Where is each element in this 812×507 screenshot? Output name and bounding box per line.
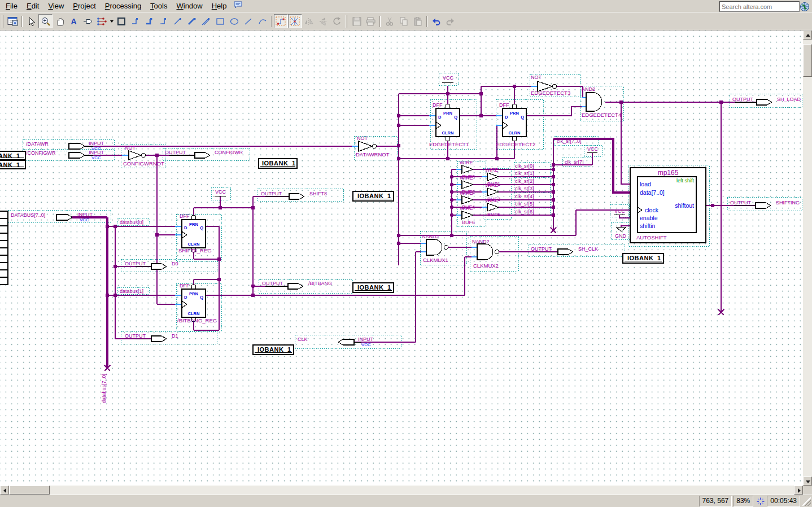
save-icon[interactable] <box>350 14 364 28</box>
resize-grip[interactable] <box>802 497 811 506</box>
selection-tool-icon[interactable] <box>24 14 38 28</box>
horizontal-scrollbar[interactable] <box>0 486 803 495</box>
svg-text:DATAWRNOT: DATAWRNOT <box>356 151 390 158</box>
pin-tool-icon[interactable] <box>81 14 95 28</box>
scroll-up-button[interactable] <box>803 30 812 40</box>
svg-text:GND: GND <box>615 233 627 239</box>
nand2-clkmux2[interactable]: NAND2 CLKMUX2 <box>472 239 499 269</box>
print-icon[interactable] <box>364 14 378 28</box>
bus-tool-icon[interactable] <box>95 14 114 28</box>
iobank-label-1[interactable]: IOBANK_1 <box>259 159 297 168</box>
wire-buffer-buf5[interactable]: WIRE BUF5 <box>485 198 500 217</box>
scroll-left-button[interactable] <box>0 486 9 495</box>
paste-icon[interactable] <box>411 14 425 28</box>
wire-buffer-buf6[interactable]: WIRE BUF6 <box>460 206 475 225</box>
scroll-down-button[interactable] <box>803 477 812 486</box>
vcc-symbol-clksr7[interactable]: VCC <box>587 146 599 152</box>
svg-text:BUF5: BUF5 <box>487 212 500 217</box>
globe-icon[interactable] <box>800 2 810 12</box>
block-tool-icon[interactable] <box>114 14 128 28</box>
rubberbanding-icon[interactable] <box>274 14 288 28</box>
output-pin-sh-load[interactable]: OUTPUT SH_LOAD <box>732 97 801 105</box>
rectangle-tool-icon[interactable] <box>213 14 227 28</box>
iobank-label-3[interactable]: IOBANK_1 <box>353 283 394 292</box>
zoom-tool-icon[interactable] <box>38 14 53 28</box>
iobank-label-5[interactable]: IOBANK_1 <box>623 253 663 263</box>
arc-tool-icon[interactable] <box>255 14 269 28</box>
horizontal-scroll-thumb[interactable] <box>9 486 50 495</box>
input-pin-configwr[interactable]: /CONFIGWR INPUT VCC <box>26 150 104 160</box>
menu-processing[interactable]: Processing <box>101 1 146 11</box>
output-pin-bitbang[interactable]: OUTPUT /BITBANG <box>262 281 332 289</box>
toolbar-handle-2[interactable] <box>346 15 347 28</box>
dff-shift8-reg[interactable]: DFF PRN D Q CLRN SHIFT8_REG <box>178 213 212 253</box>
orthogonal-node-tool-icon[interactable] <box>128 14 142 28</box>
nand2-clkmux1[interactable]: NAND2 CLKMUX1 <box>422 234 448 263</box>
svg-text:IOBANK_1: IOBANK_1 <box>357 284 391 291</box>
diagonal-bus-tool-icon[interactable] <box>185 14 199 28</box>
menu-window[interactable]: Window <box>172 1 207 11</box>
vcc-symbol-enable[interactable]: VCC <box>614 208 626 215</box>
input-pin-clk[interactable]: CLK INPUT VCC <box>298 336 374 347</box>
flip-horizontal-icon[interactable] <box>302 14 316 28</box>
svg-text:OUTPUT: OUTPUT <box>262 281 283 286</box>
line-tool-icon[interactable] <box>241 14 255 28</box>
output-pin-d1[interactable]: OUTPUT D1 <box>125 333 178 342</box>
vertical-scroll-thumb[interactable] <box>803 44 812 77</box>
dff-edgedetect1[interactable]: DFF PRN D Q CLRN EDGEDETECT1 <box>429 102 469 147</box>
menu-file[interactable]: File <box>1 1 22 11</box>
schematic-canvas[interactable]: .w{stroke:#7a007a;stroke-width:1.3;fill:… <box>0 30 803 486</box>
schematic-editor-icon[interactable] <box>6 14 20 28</box>
cut-icon[interactable] <box>382 14 396 28</box>
toolbar: A <box>0 12 812 30</box>
dropdown-caret[interactable] <box>110 20 113 23</box>
copy-icon[interactable] <box>396 14 411 28</box>
scrollbar-corner <box>803 486 812 495</box>
scroll-right-button[interactable] <box>794 486 803 495</box>
iobank-label-clipped-1[interactable]: IOBANK_1 <box>0 151 25 160</box>
dff-bitbang-reg[interactable]: DFF PRN D Q CLRN /BITBANG_REG <box>177 283 217 324</box>
text-tool-icon[interactable]: A <box>67 14 81 28</box>
vcc-symbol-shift8[interactable]: VCC <box>215 189 226 196</box>
gnd-symbol-shiftin[interactable]: GND <box>615 227 627 239</box>
output-pin-shifting[interactable]: OUTPUT SHIFTING <box>730 200 800 208</box>
rotate-icon[interactable] <box>330 14 344 28</box>
dff-edgedetect2[interactable]: DFF PRN D Q CLRN EDGEDETECT2 <box>496 102 535 147</box>
not-edgedetect3[interactable]: NOT EDGEDETECT3 <box>531 75 570 96</box>
partial-line-selection-icon[interactable] <box>288 14 302 28</box>
iobank-label-4[interactable]: IOBANK_1 <box>253 345 294 355</box>
svg-text:INPUT: INPUT <box>358 336 374 342</box>
iobank-label-2[interactable]: IOBANK_1 <box>353 191 394 201</box>
svg-text:shiftin: shiftin <box>640 222 656 229</box>
diagonal-conduit-tool-icon[interactable] <box>199 14 213 28</box>
search-input[interactable] <box>719 1 800 12</box>
toolbar-handle[interactable] <box>2 15 3 28</box>
mp165-block[interactable]: mp165 left shift load data[7..0] clock e… <box>630 168 706 243</box>
flip-vertical-icon[interactable] <box>316 14 330 28</box>
svg-text:OUTPUT: OUTPUT <box>261 191 282 196</box>
menu-tools[interactable]: Tools <box>146 1 172 11</box>
svg-text:load: load <box>640 181 651 187</box>
output-pin-shift8[interactable]: OUTPUT SHIFT8 <box>261 191 327 199</box>
vcc-symbol-edgedetect[interactable]: VCC <box>442 75 454 82</box>
ellipse-tool-icon[interactable] <box>227 14 241 28</box>
input-pin-databus[interactable]: DATABUS[7..0] INPUT VCC <box>11 212 93 222</box>
iobank-label-clipped-2[interactable]: IOBANK_1 <box>0 160 25 169</box>
hand-tool-icon[interactable] <box>53 14 67 28</box>
menu-help[interactable]: Help <box>207 1 232 11</box>
orthogonal-conduit-tool-icon[interactable] <box>156 14 171 28</box>
menu-edit[interactable]: Edit <box>22 1 43 11</box>
svg-text:PRN: PRN <box>443 111 452 116</box>
orthogonal-bus-tool-icon[interactable] <box>142 14 156 28</box>
output-pin-d0[interactable]: OUTPUT D0 <box>125 261 178 269</box>
undo-icon[interactable] <box>429 14 443 28</box>
offpage-connector-stack[interactable] <box>0 211 8 285</box>
output-pin-sh-clk[interactable]: OUTPUT SH_CLK <box>531 246 598 255</box>
redo-icon[interactable] <box>443 14 457 28</box>
menu-view[interactable]: View <box>43 1 68 11</box>
diagonal-node-tool-icon[interactable] <box>171 14 185 28</box>
vertical-scrollbar[interactable] <box>803 30 812 486</box>
menu-project[interactable]: Project <box>68 1 100 11</box>
output-pin-configwr[interactable]: OUTPUT CONFIGWR <box>165 150 243 158</box>
feedback-bubble-icon[interactable] <box>233 1 243 11</box>
